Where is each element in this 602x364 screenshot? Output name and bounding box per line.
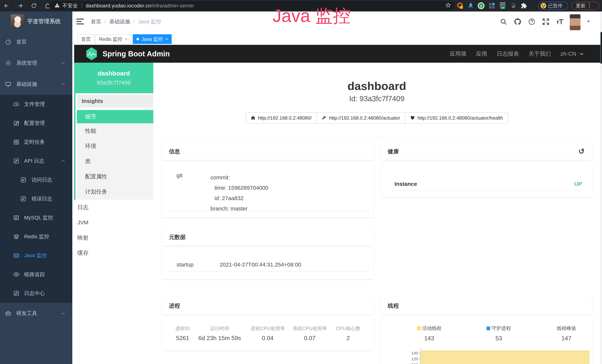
forward-icon[interactable]	[17, 3, 23, 9]
tab-redis[interactable]: Redis 监控×	[95, 34, 131, 44]
sidebar-item-java[interactable]: Java 监控	[0, 246, 72, 265]
extensions-puzzle-icon[interactable]	[521, 2, 528, 9]
gear-icon	[5, 60, 11, 66]
content-divider	[161, 138, 592, 138]
process-card-header: 进程	[162, 297, 374, 314]
legend-daemon: 守护进程	[486, 325, 511, 332]
extension-on-icon[interactable]: on	[499, 2, 506, 9]
extension-grid-icon[interactable]	[488, 2, 495, 9]
sba-menu-mappings[interactable]: 映射	[74, 230, 153, 245]
layers-icon	[13, 234, 19, 240]
sidebar-item-file[interactable]: 文件管理	[0, 95, 72, 114]
sidebar-item-job[interactable]: 定时任务	[0, 133, 72, 151]
sba-logo-icon[interactable]	[86, 47, 97, 60]
extension-leaf-icon[interactable]	[510, 2, 517, 9]
sidebar-item-api-log[interactable]: API 日志	[0, 151, 72, 171]
edit-icon	[13, 120, 19, 126]
app-sidebar: 芋道管理系统 首页 系统管理 基础设施 文件管理 配置管理	[0, 11, 72, 364]
bookmark-star-icon[interactable]	[445, 2, 451, 9]
reload-icon[interactable]	[31, 3, 37, 9]
extension-pin-icon[interactable]	[467, 2, 474, 9]
y-tick: 140	[411, 351, 418, 356]
sba-brand[interactable]: Spring Boot Admin	[103, 45, 170, 63]
sidebar-item-trace[interactable]: 链路追踪	[0, 265, 72, 284]
sidebar-item-devtools[interactable]: 研发工具	[0, 303, 72, 324]
tab-home[interactable]: 首页	[77, 34, 95, 44]
service-url-button[interactable]: http://192.168.0.2:48080/	[246, 112, 317, 124]
not-secure-icon	[54, 3, 60, 9]
extension-green-icon[interactable]: y	[478, 2, 485, 9]
close-icon[interactable]: ×	[165, 37, 168, 41]
history-icon[interactable]: ↺	[578, 148, 585, 155]
sidebar-item-infra[interactable]: 基础设施	[0, 74, 72, 95]
toolbox-icon	[5, 310, 11, 316]
emoji-face-icon	[541, 3, 546, 9]
fullscreen-icon[interactable]	[542, 17, 550, 26]
address-bar[interactable]: 不安全 dashboard.yudao.iocoder.cn/infra/adm…	[49, 1, 455, 11]
dashboard-icon	[5, 39, 11, 45]
health-card-header: 健康↺	[381, 143, 592, 160]
sidebar-item-access-log[interactable]: 访问日志	[0, 171, 72, 189]
threads-card-body: 活动线程 守护进程 线程峰值 143 53 147 140 120 100	[381, 317, 592, 364]
sba-app-header[interactable]: dashboard 93a3fc7f7409	[74, 63, 153, 93]
annotation-java-monitor: Java 监控	[273, 4, 369, 28]
hamburger-icon[interactable]	[76, 18, 85, 25]
font-size-icon[interactable]	[556, 17, 564, 26]
health-url-button[interactable]: http://192.168.0.2:48080/actuator/health	[405, 112, 508, 124]
log-icon	[13, 290, 19, 296]
y-tick: 120	[411, 357, 418, 361]
sba-menu-metrics[interactable]: 性能	[77, 123, 153, 139]
sba-nav-applications[interactable]: 应用	[476, 50, 487, 58]
browser-menu-icon[interactable]	[589, 3, 590, 8]
sidebar-item-config[interactable]: 配置管理	[0, 114, 72, 133]
sidebar-item-home[interactable]: 首页	[0, 31, 72, 53]
svg-text:1: 1	[461, 6, 462, 9]
update-label: 更新	[576, 3, 585, 9]
url-domain: dashboard.yudao.iocoder.cn	[86, 3, 151, 9]
legend-yellow-swatch	[417, 327, 421, 330]
sidebar-item-mysql[interactable]: MySQL 监控	[0, 208, 72, 227]
sba-menu-logs[interactable]: 日志	[74, 200, 153, 215]
sba-menu-env[interactable]: 环境	[77, 139, 153, 154]
breadcrumb-home[interactable]: 首页	[91, 18, 101, 25]
user-caret-icon[interactable]	[586, 19, 591, 24]
back-icon[interactable]	[3, 3, 10, 9]
extension-orange-icon[interactable]: 1	[456, 2, 463, 9]
java-monitor-icon	[13, 253, 19, 258]
not-secure-label: 不安全	[62, 2, 78, 9]
app-logo-row[interactable]: 芋道管理系统	[0, 11, 72, 31]
search-icon[interactable]	[499, 17, 508, 26]
eye-icon	[13, 271, 19, 278]
user-avatar[interactable]	[570, 14, 580, 30]
sba-nav-journal[interactable]: 日志报表	[497, 50, 519, 58]
y-tick: 100	[411, 362, 418, 364]
sba-nav-about[interactable]: 关于我们	[528, 50, 551, 58]
sidebar-item-redis[interactable]: Redis 监控	[0, 227, 72, 246]
cloud-upload-icon	[13, 101, 19, 107]
sba-menu-details[interactable]: 细节	[77, 110, 153, 123]
github-icon[interactable]	[513, 17, 522, 26]
sba-menu-jvm[interactable]: JVM	[74, 215, 153, 230]
sba-menu-scheduled[interactable]: 计划任务	[77, 184, 153, 199]
tab-java[interactable]: Java 监控×	[133, 34, 172, 44]
close-icon[interactable]: ×	[125, 37, 128, 41]
sba-menu-caches[interactable]: 缓存	[74, 245, 153, 260]
breadcrumb-infra[interactable]: 基础设施	[109, 18, 130, 25]
sidebar-item-log-center[interactable]: 日志中心	[0, 284, 72, 303]
sba-language-select[interactable]: zh-CN	[560, 51, 584, 57]
chevron-down-icon	[579, 51, 584, 57]
help-icon[interactable]	[527, 17, 536, 26]
sba-nav-wallboard[interactable]: 应用墙	[450, 50, 466, 58]
page-scrollbar[interactable]	[600, 11, 602, 364]
update-button[interactable]: 更新	[571, 2, 599, 10]
paused-chip[interactable]: 已暂停	[538, 2, 568, 10]
scrollbar-thumb[interactable]	[601, 32, 602, 64]
sidebar-item-error-log[interactable]: 错误日志	[0, 189, 72, 208]
sba-menu-configprops[interactable]: 配置属性	[77, 169, 153, 184]
metadata-card-body: startup 2021-04-27T00:44:31.254+08:00	[162, 248, 374, 279]
active-dot	[137, 38, 139, 40]
sidebar-item-system[interactable]: 系统管理	[0, 53, 72, 74]
management-url-button[interactable]: http://192.168.0.2:48080/actuator	[316, 112, 405, 124]
svg-text:y: y	[480, 4, 482, 8]
sba-menu-classes[interactable]: 类	[77, 154, 153, 169]
